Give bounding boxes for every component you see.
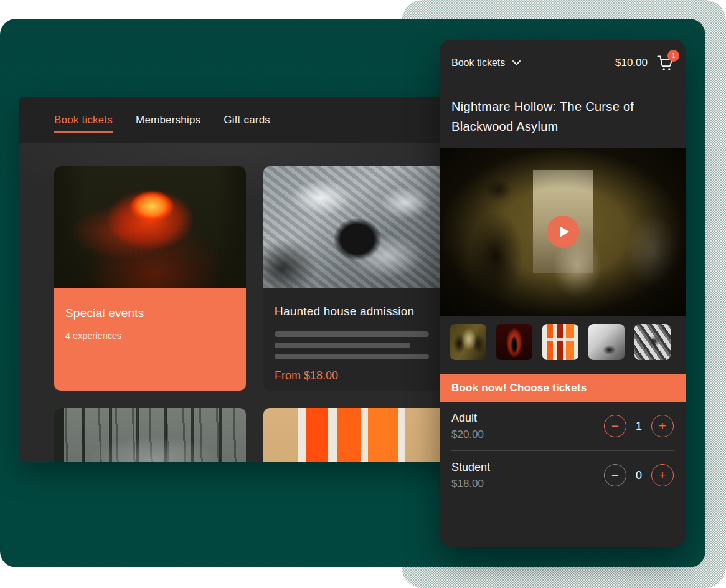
orange-windows-image [263,408,455,462]
forest-event-card[interactable] [54,408,246,462]
quantity-value: 0 [634,469,643,482]
marketing-canvas: Book tickets Memberships Gift cards Spec… [0,0,726,588]
pumpkin-figure-image [54,166,246,288]
ticket-name: Student [451,461,490,474]
minus-button[interactable]: − [604,415,626,437]
skeleton-line [275,331,429,337]
thumbnail[interactable] [634,324,671,360]
quantity-stepper: − 1 + [604,415,674,437]
thumbnail[interactable] [588,324,625,360]
stairwell-image [263,166,455,288]
play-icon [560,225,569,237]
tab-book-tickets[interactable]: Book tickets [54,109,113,133]
cart-total: $10.00 [615,57,648,69]
tab-memberships[interactable]: Memberships [136,109,200,133]
thumbnail[interactable] [450,324,486,360]
card-subtitle: 4 experiences [65,331,235,341]
skeleton-line [275,343,410,348]
orange-windows-event-card[interactable] [263,408,455,462]
mobile-booking-panel: Book tickets $10.00 1 Nightmare Hollow: … [440,40,686,547]
ticket-row-student: Student $18.00 − 0 + [440,451,686,500]
ticket-price: $20.00 [451,429,484,441]
haunted-house-card[interactable]: Haunted house admission From $18.00 [263,166,455,391]
card-price-label: From $18.00 [275,369,444,382]
forest-image [54,408,246,462]
minus-button[interactable]: − [604,464,626,486]
gallery-thumbnails [440,316,686,360]
ticket-row-adult: Adult $20.00 − 1 + [440,402,686,450]
skeleton-line [275,354,429,359]
event-card-grid: Special events 4 experiences Haunted hou… [54,166,455,462]
book-now-banner: Book now! Choose tickets [440,374,686,402]
haunted-house-card-body: Haunted house admission From $18.00 [263,288,455,382]
panel-header: Book tickets $10.00 1 [440,40,686,85]
thumbnail[interactable] [496,324,532,360]
ticket-info: Adult $20.00 [451,412,484,441]
thumbnail[interactable] [542,324,578,360]
ticket-info: Student $18.00 [451,461,490,490]
chevron-down-icon [512,60,521,65]
card-title: Haunted house admission [275,305,444,318]
plus-button[interactable]: + [651,415,674,437]
special-events-card-body: Special events 4 experiences [54,288,246,341]
special-events-card[interactable]: Special events 4 experiences [54,166,246,391]
quantity-stepper: − 0 + [604,464,674,486]
ticket-price: $18.00 [451,478,490,490]
event-title: Nightmare Hollow: The Curse of Blackwood… [451,97,657,136]
dropdown-label: Book tickets [451,57,505,69]
cart-summary: $10.00 1 [615,55,674,71]
book-tickets-dropdown[interactable]: Book tickets [451,57,521,69]
play-button[interactable] [547,215,579,247]
event-video-player[interactable] [440,148,686,316]
quantity-value: 1 [634,420,643,433]
tab-gift-cards[interactable]: Gift cards [224,109,270,133]
cart-button[interactable]: 1 [657,55,674,71]
plus-button[interactable]: + [651,464,674,486]
card-title: Special events [65,306,235,320]
cart-count-badge: 1 [667,50,679,62]
ticket-name: Adult [451,412,484,425]
